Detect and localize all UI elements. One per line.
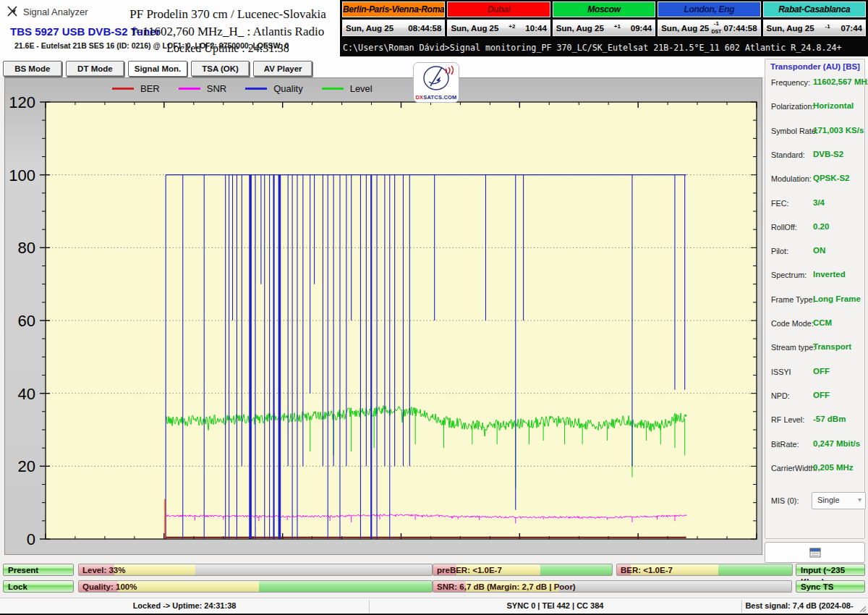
- quality-bar-label: Quality: 100%: [82, 582, 137, 591]
- sidebar-label-fec: FEC:: [771, 199, 789, 208]
- ber-progress-bar: BER: <1.0E-7: [616, 564, 793, 576]
- sync-ts-status-box: Sync TS: [796, 580, 865, 593]
- app-icon: [6, 4, 19, 17]
- sidebar-label-frequency: Frequency:: [771, 78, 810, 87]
- quality-progress-bar: Quality: 100%: [78, 580, 433, 593]
- preber-bar-label: preBER: <1.0E-7: [437, 566, 502, 574]
- clock-time-value: 09:44: [631, 24, 652, 33]
- y-axis-label: 100: [9, 166, 35, 184]
- clock-date: Sun, Aug 25: [767, 24, 814, 33]
- clock-city-dubai: Dubai: [447, 1, 550, 17]
- clock-city-berlin-paris-vienna-roma: Berlin-Paris-Vienna-Roma: [342, 1, 445, 17]
- tab-tsa-ok[interactable]: TSA (OK): [191, 61, 250, 77]
- lock-status-box: Lock: [3, 580, 74, 593]
- sidebar-value-modulation: QPSK-S2: [813, 174, 850, 182]
- clock-time-rabat-casablanca: Sun, Aug 25-107:44: [763, 20, 866, 36]
- preber-progress-bar: preBER: <1.0E-7: [433, 564, 613, 576]
- sidebar-label-carrierwidth: CarrierWidth:: [771, 464, 817, 472]
- transponder-info-panel: Transponder (AU) [BS] MIS (0): Single ▾ …: [765, 59, 865, 539]
- clock-date: Sun, Aug 25: [556, 24, 604, 33]
- sidebar-label-pilot: Pilot:: [771, 247, 788, 255]
- terminal-command-line: C:\Users\Roman Dávid>Signal monitoring_P…: [343, 43, 867, 53]
- mis-dropdown-value: Single: [817, 496, 840, 504]
- input-status-box: Input (~235 Kbps): [796, 564, 865, 576]
- clock-time-berlin-paris-vienna-roma: Sun, Aug 2508:44:58: [342, 20, 445, 36]
- chevron-down-icon: ▾: [858, 493, 861, 507]
- statusbar-separator: [741, 600, 742, 613]
- sidebar-value-issyi: OFF: [813, 367, 830, 376]
- sidebar-label-modulation: Modulation:: [771, 174, 812, 183]
- tab-signal-mon[interactable]: Signal Mon.: [128, 61, 187, 77]
- clock-date: Sun, Aug 25: [451, 24, 498, 33]
- mode-tab-bar: BS ModeDT ModeSignal Mon.TSA (OK)AV Play…: [3, 61, 312, 77]
- tab-bs-mode[interactable]: BS Mode: [3, 61, 62, 77]
- clock-city-moscow: Moscow: [553, 1, 655, 17]
- sidebar-value-fec: 3/4: [813, 198, 825, 207]
- tab-av-player[interactable]: AV Player: [253, 61, 312, 77]
- clock-city-rabat-casablanca: Rabat-Casablanca: [763, 1, 866, 17]
- sidebar-label-npd: NPD:: [771, 391, 790, 400]
- clock-utc-offset: -1DST: [711, 21, 721, 35]
- y-axis-label: 40: [18, 385, 35, 403]
- tab-dt-mode[interactable]: DT Mode: [66, 61, 125, 77]
- mis-label: MIS (0):: [771, 496, 799, 505]
- signal-chart-panel: BERSNRQualityLevel 020406080100120: [4, 77, 762, 555]
- ts-window-icon: [809, 548, 821, 558]
- snr-bar-label: SNR: 6,7 dB (Margin: 2,7 dB | Poor): [437, 582, 576, 591]
- signal-chart: 020406080100120: [5, 78, 760, 553]
- sidebar-label-rolloff: RollOff:: [771, 223, 797, 232]
- sidebar-label-spectrum: Spectrum:: [771, 271, 807, 279]
- monitoring-header: PF Prodelin 370 cm / Lucenec-Slovakia f=…: [109, 6, 347, 56]
- sidebar-value-frame-type: Long Frame: [813, 294, 861, 303]
- statusbar-sync-counters: SYNC 0 | TEI 442 | CC 384: [369, 598, 741, 614]
- antenna-location: PF Prodelin 370 cm / Lucenec-Slovakia: [109, 6, 347, 23]
- mis-dropdown[interactable]: Single ▾: [812, 492, 866, 509]
- clock-time-value: 10:44: [525, 24, 546, 33]
- sidebar-value-bitrate: 0,247 Mbit/s: [813, 439, 860, 448]
- sidebar-label-issyi: ISSYI: [771, 368, 791, 376]
- transponder-panel-title: Transponder (AU) [BS]: [770, 62, 860, 71]
- sidebar-value-rf-level: -57 dBm: [813, 415, 846, 423]
- sidebar-value-stream-type: Transport: [813, 342, 851, 351]
- clock-time-value: 07:44:58: [724, 24, 757, 33]
- sidebar-label-stream-type: Stream type:: [771, 343, 815, 352]
- sidebar-label-symbol-rate: Symbol Rate:: [771, 127, 818, 135]
- statusbar-best-signal: Best signal: 7,4 dB (2024-08-24 15:13): [741, 598, 857, 614]
- y-axis-label: 20: [18, 457, 35, 475]
- clock-time-moscow: Sun, Aug 25+109:44: [553, 20, 655, 36]
- satellite-dish-icon: [414, 63, 458, 92]
- clock-utc-offset: +1: [614, 24, 621, 32]
- y-axis-label: 60: [18, 312, 35, 330]
- sidebar-value-npd: OFF: [813, 391, 830, 399]
- clock-city-london-eng: London, Eng: [658, 1, 760, 17]
- sidebar-label-polarization: Polarization:: [771, 102, 814, 111]
- status-bar: Locked -> Uptime: 24:31:38 SYNC 0 | TEI …: [0, 598, 868, 614]
- sidebar-value-polarization: Horizontal: [813, 101, 854, 110]
- dxsatcs-logo: DXSATCS.COM: [413, 62, 459, 103]
- level-progress-bar: Level: 33%: [78, 564, 433, 576]
- sidebar-value-code-mode: CCM: [813, 318, 832, 327]
- clock-utc-offset: -1: [825, 24, 830, 32]
- sidebar-value-pilot: ON: [813, 246, 825, 255]
- sidebar-label-rf-level: RF Level:: [771, 415, 804, 424]
- level-bar-label: Level: 33%: [82, 566, 125, 574]
- frequency-service: f=11602,760 MHz_H_ : Atlantis Radio: [109, 23, 347, 41]
- sidebar-value-standard: DVB-S2: [813, 150, 843, 158]
- sidebar-value-spectrum: Inverted: [813, 270, 846, 279]
- clock-date: Sun, Aug 25: [346, 24, 393, 33]
- sidebar-value-frequency: 11602,567 MHz: [813, 77, 868, 86]
- resize-grip[interactable]: [857, 603, 867, 613]
- locked-uptime: Locked Uptime : 24:31:38: [109, 41, 347, 56]
- snr-progress-bar: SNR: 6,7 dB (Margin: 2,7 dB | Poor): [433, 580, 792, 593]
- y-axis-label: 0: [27, 530, 35, 548]
- ts-window-button[interactable]: [765, 542, 865, 563]
- signal-analyzer-window: { "window": { "title": "Signal Analyzer"…: [0, 0, 868, 615]
- world-clock-panel: Berlin-Paris-Vienna-RomaDubaiMoscowLondo…: [340, 0, 868, 56]
- sidebar-label-bitrate: BitRate:: [771, 440, 799, 449]
- sidebar-value-carrierwidth: 0,205 MHz: [813, 463, 854, 472]
- sidebar-label-code-mode: Code Mode:: [771, 319, 814, 328]
- clock-time-value: 07:44: [841, 24, 862, 33]
- ber-bar-label: BER: <1.0E-7: [621, 566, 673, 574]
- y-axis-label: 80: [18, 239, 35, 257]
- sidebar-value-rolloff: 0.20: [813, 222, 829, 231]
